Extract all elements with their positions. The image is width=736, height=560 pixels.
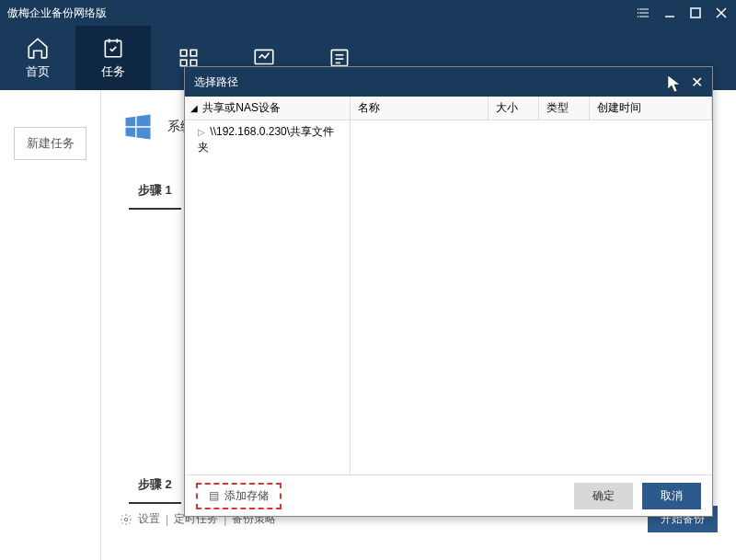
app-title: 傲梅企业备份网络版	[7, 6, 637, 21]
titlebar: 傲梅企业备份网络版	[0, 0, 736, 26]
modal-close-icon[interactable]: ✕	[691, 74, 703, 91]
new-task-button[interactable]: 新建任务	[14, 127, 86, 160]
path-select-modal: 选择路径 ✕ ◢ 共享或NAS设备 ▷ \\192.168.0.230\共享文件…	[184, 66, 713, 517]
svg-point-5	[638, 16, 638, 17]
footer-settings[interactable]: 设置	[138, 511, 160, 527]
tree-item-share[interactable]: ▷ \\192.168.0.230\共享文件夹	[185, 120, 350, 159]
modal-header: 选择路径 ✕	[185, 67, 712, 97]
sidebar: 新建任务	[0, 90, 101, 560]
svg-point-3	[638, 8, 638, 10]
svg-point-22	[124, 518, 128, 521]
list-panel: 名称 大小 类型 创建时间	[351, 97, 712, 474]
window-controls	[637, 6, 729, 20]
menu-icon[interactable]	[637, 6, 651, 20]
close-icon[interactable]	[714, 6, 729, 20]
svg-rect-15	[180, 60, 187, 66]
storage-icon: ▤	[209, 489, 219, 502]
nav-home-label: 首页	[26, 63, 50, 80]
tree-item-label: \\192.168.0.230\共享文件夹	[198, 125, 334, 154]
cancel-button[interactable]: 取消	[642, 483, 701, 509]
maximize-icon[interactable]	[688, 6, 703, 20]
expand-icon: ▷	[198, 127, 205, 137]
col-time[interactable]: 创建时间	[590, 97, 712, 120]
nav-tasks-label: 任务	[101, 63, 125, 80]
divider: |	[166, 513, 168, 526]
col-type[interactable]: 类型	[539, 97, 590, 120]
list-header: 名称 大小 类型 创建时间	[351, 97, 712, 120]
gear-icon[interactable]	[120, 513, 132, 526]
add-storage-label: 添加存储	[224, 488, 269, 504]
svg-rect-13	[180, 50, 187, 56]
svg-rect-7	[691, 8, 700, 17]
step-2[interactable]: 步骤 2	[129, 467, 181, 504]
modal-title: 选择路径	[194, 74, 691, 90]
step-1[interactable]: 步骤 1	[129, 173, 181, 210]
minimize-icon[interactable]	[662, 6, 677, 20]
col-name[interactable]: 名称	[351, 97, 489, 120]
svg-point-4	[638, 12, 638, 14]
modal-footer: ▤ 添加存储 确定 取消	[185, 475, 712, 516]
tree-header-label: 共享或NAS设备	[202, 101, 281, 114]
collapse-icon: ◢	[190, 103, 198, 113]
tree-panel: ◢ 共享或NAS设备 ▷ \\192.168.0.230\共享文件夹	[185, 97, 351, 474]
nav-tasks[interactable]: 任务	[75, 26, 151, 90]
modal-body: ◢ 共享或NAS设备 ▷ \\192.168.0.230\共享文件夹 名称 大小…	[185, 97, 712, 475]
tree-header[interactable]: ◢ 共享或NAS设备	[185, 97, 350, 120]
nav-home[interactable]: 首页	[0, 26, 75, 90]
col-size[interactable]: 大小	[489, 97, 539, 120]
svg-rect-14	[190, 50, 197, 56]
svg-rect-16	[190, 60, 197, 66]
add-storage-button[interactable]: ▤ 添加存储	[196, 483, 282, 509]
windows-icon	[120, 109, 156, 145]
ok-button[interactable]: 确定	[574, 483, 633, 509]
